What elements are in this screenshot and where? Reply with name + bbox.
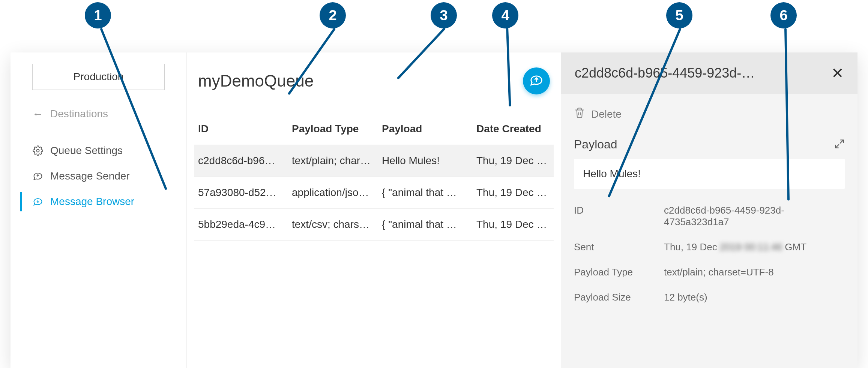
meta-val: 12 byte(s) <box>664 292 845 303</box>
detail-title: c2dd8c6d-b965-4459-923d-… <box>575 65 831 81</box>
sidebar-item-label: Queue Settings <box>50 145 123 157</box>
app-window: Production ← Destinations Queue Settings… <box>11 52 857 368</box>
cell-date: Thu, 19 Dec 20… <box>476 218 550 230</box>
main-content: myDemoQueue ID Payload Type Payload Date… <box>187 52 857 368</box>
callout-marker-3: 3 <box>431 2 457 28</box>
sidebar-item-queue-settings[interactable]: Queue Settings <box>11 138 186 163</box>
table-row[interactable]: 5bb29eda-4c9… text/csv; chars… { "animal… <box>194 209 554 241</box>
meta-val: text/plain; charset=UTF-8 <box>664 266 845 278</box>
detail-body: Delete Payload Hello Mules! ID c2dd8c6d-… <box>561 94 857 310</box>
cell-payload: Hello Mules! <box>382 155 476 167</box>
meta-key: Sent <box>574 241 664 253</box>
payload-section-header: Payload <box>569 132 850 157</box>
back-label: Destinations <box>50 108 108 120</box>
message-down-icon <box>32 196 44 207</box>
cell-payload: { "animal that … <box>382 218 476 230</box>
environment-selector[interactable]: Production <box>32 64 165 90</box>
svg-point-0 <box>37 150 39 152</box>
meta-val: Thu, 19 Dec 2019 00:11:46 GMT <box>664 241 845 253</box>
payload-section-label: Payload <box>574 138 617 151</box>
meta-key: Payload Type <box>574 266 664 278</box>
meta-row-id: ID c2dd8c6d-b965-4459-923d-4735a323d1a7 <box>569 198 850 235</box>
queue-header: myDemoQueue <box>194 67 554 113</box>
delete-button[interactable]: Delete <box>569 105 850 132</box>
cell-id: c2dd8c6d-b96… <box>198 155 292 167</box>
expand-payload-button[interactable] <box>834 139 845 151</box>
sidebar-item-label: Message Browser <box>50 196 134 208</box>
sidebar-item-label: Message Sender <box>50 170 130 182</box>
message-list-pane: myDemoQueue ID Payload Type Payload Date… <box>187 52 561 368</box>
cell-payload: { "animal that … <box>382 187 476 199</box>
meta-row-size: Payload Size 12 byte(s) <box>569 285 850 310</box>
cell-id: 5bb29eda-4c9… <box>198 218 292 230</box>
cell-date: Thu, 19 Dec 20… <box>476 155 550 167</box>
sidebar: Production ← Destinations Queue Settings… <box>11 52 187 368</box>
delete-label: Delete <box>591 108 622 120</box>
close-icon: ✕ <box>831 65 844 81</box>
table-header-row: ID Payload Type Payload Date Created <box>194 113 554 145</box>
detail-header: c2dd8c6d-b965-4459-923d-… ✕ <box>561 52 857 94</box>
cell-id: 57a93080-d52… <box>198 187 292 199</box>
message-up-icon <box>32 171 44 182</box>
sidebar-item-message-browser[interactable]: Message Browser <box>11 189 186 214</box>
cell-type: text/plain; char… <box>292 155 382 167</box>
meta-row-type: Payload Type text/plain; charset=UTF-8 <box>569 260 850 285</box>
cell-type: application/jso… <box>292 187 382 199</box>
message-table: ID Payload Type Payload Date Created c2d… <box>194 113 554 241</box>
gear-icon <box>32 145 44 156</box>
meta-val: c2dd8c6d-b965-4459-923d-4735a323d1a7 <box>664 205 845 228</box>
arrow-left-icon: ← <box>32 108 44 120</box>
redacted-text: 2019 00:11:46 <box>720 241 782 253</box>
cell-date: Thu, 19 Dec 20… <box>476 187 550 199</box>
send-message-fab[interactable] <box>523 67 550 94</box>
meta-row-sent: Sent Thu, 19 Dec 2019 00:11:46 GMT <box>569 235 850 260</box>
callout-marker-5: 5 <box>666 2 692 28</box>
col-header-type: Payload Type <box>292 123 382 135</box>
trash-icon <box>574 107 585 121</box>
callout-marker-1: 1 <box>85 2 111 28</box>
col-header-payload: Payload <box>382 123 476 135</box>
close-button[interactable]: ✕ <box>831 66 844 81</box>
back-to-destinations[interactable]: ← Destinations <box>11 101 186 127</box>
callout-marker-4: 4 <box>492 2 518 28</box>
cell-type: text/csv; chars… <box>292 218 382 230</box>
col-header-date: Date Created <box>476 123 550 135</box>
col-header-id: ID <box>198 123 292 135</box>
table-row[interactable]: 57a93080-d52… application/jso… { "animal… <box>194 177 554 209</box>
meta-key: ID <box>574 205 664 228</box>
callout-marker-2: 2 <box>320 2 346 28</box>
meta-key: Payload Size <box>574 292 664 303</box>
message-detail-pane: c2dd8c6d-b965-4459-923d-… ✕ Delete Paylo… <box>561 52 857 368</box>
expand-icon <box>834 144 845 150</box>
callout-marker-6: 6 <box>770 2 797 28</box>
table-row[interactable]: c2dd8c6d-b96… text/plain; char… Hello Mu… <box>194 145 554 177</box>
message-send-icon <box>529 73 544 89</box>
